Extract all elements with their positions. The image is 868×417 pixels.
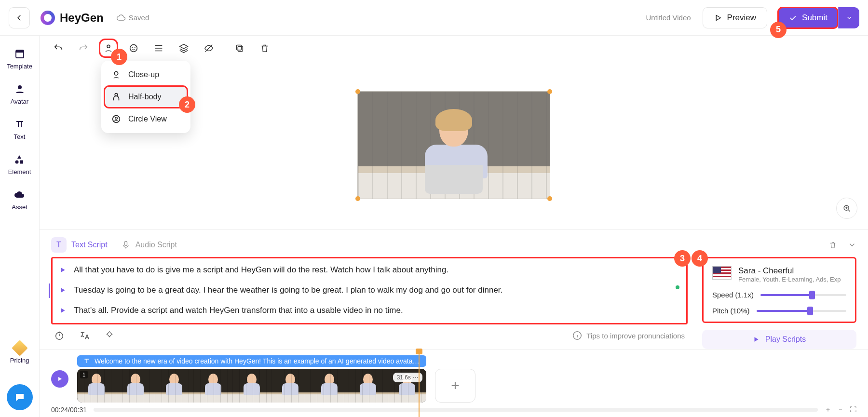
crop-option-halfbody[interactable]: Half-body xyxy=(104,86,188,108)
script-line[interactable]: That's all. Provide a script and watch H… xyxy=(53,301,686,321)
crop-option-circle[interactable]: Circle View xyxy=(104,108,188,130)
pitch-label: Pitch (10%) xyxy=(712,307,750,315)
timeline-caption-bar[interactable]: Welcome to the new era of video creation… xyxy=(77,355,426,367)
timeline-zoom: ＋ － ⛶ xyxy=(825,405,856,414)
play-scripts-label: Play Scripts xyxy=(765,335,806,344)
redo-button[interactable] xyxy=(75,40,92,56)
submit-more-button[interactable] xyxy=(838,7,859,28)
svg-rect-16 xyxy=(124,242,127,246)
copy-button[interactable] xyxy=(231,40,248,56)
pitch-slider[interactable] xyxy=(757,310,846,312)
eye-off-icon xyxy=(203,43,214,54)
avatar-frame[interactable] xyxy=(357,91,550,199)
script-line[interactable]: Tuesday is going to be a great day. I he… xyxy=(53,281,686,301)
check-icon xyxy=(788,13,797,22)
flag-us-icon xyxy=(712,266,732,280)
sidebar-item-pricing[interactable]: Pricing xyxy=(10,342,29,364)
resize-handle[interactable] xyxy=(355,89,360,94)
shapes-icon xyxy=(14,154,25,165)
chevron-left-icon xyxy=(15,13,24,22)
speed-slider[interactable] xyxy=(760,294,846,296)
resize-handle[interactable] xyxy=(355,196,360,201)
annotation-badge-1: 1 xyxy=(111,49,127,65)
svg-point-8 xyxy=(135,47,136,48)
project-title[interactable]: Untitled Video xyxy=(646,13,691,22)
svg-point-14 xyxy=(115,117,118,120)
canvas-toolbar: 1 Close-up Half-body 2 xyxy=(40,36,868,61)
zoom-fit-button[interactable]: ⛶ xyxy=(850,405,856,414)
back-button[interactable] xyxy=(9,7,30,28)
submit-button[interactable]: Submit xyxy=(778,7,838,28)
tab-audio-script[interactable]: Audio Script xyxy=(121,240,177,250)
play-scripts-button[interactable]: Play Scripts xyxy=(702,330,856,349)
preview-button[interactable]: Preview xyxy=(703,7,767,28)
crop-option-label: Half-body xyxy=(128,93,161,101)
undo-button[interactable] xyxy=(50,40,67,56)
add-clip-button[interactable]: + xyxy=(435,369,475,403)
script-line[interactable]: All that you have to do is give me a scr… xyxy=(53,260,686,281)
svg-rect-1 xyxy=(16,50,24,53)
text-script-icon: T xyxy=(51,237,67,253)
zoom-in-button[interactable]: ＋ xyxy=(825,405,831,414)
sidebar-item-element[interactable]: Element xyxy=(8,154,31,175)
layers-button[interactable] xyxy=(176,40,192,56)
translate-icon[interactable] xyxy=(79,330,90,341)
resize-handle[interactable] xyxy=(547,196,552,201)
annotation-badge-3: 3 xyxy=(674,250,691,267)
trash-icon[interactable] xyxy=(828,241,837,249)
svg-point-5 xyxy=(107,45,110,48)
sidebar-item-text[interactable]: Text xyxy=(14,119,26,140)
sidebar-item-template[interactable]: Template xyxy=(7,48,32,70)
text-icon xyxy=(83,357,91,365)
script-text: All that you have to do is give me a scr… xyxy=(74,265,448,275)
align-button[interactable] xyxy=(150,40,167,56)
script-tabs: T Text Script Audio Script xyxy=(51,235,856,255)
tab-text-script[interactable]: T Text Script xyxy=(51,237,108,253)
zoom-out-button[interactable]: － xyxy=(837,405,844,414)
timeline-play-button[interactable] xyxy=(51,370,68,388)
clip-number: 1 xyxy=(80,371,88,378)
ai-icon[interactable] xyxy=(104,330,115,341)
script-lines: All that you have to do is give me a scr… xyxy=(51,257,688,324)
resize-handle[interactable] xyxy=(547,89,552,94)
timeline-scrollbar[interactable] xyxy=(94,408,818,412)
brand: HeyGen xyxy=(41,11,104,25)
brand-logo-icon xyxy=(41,11,55,25)
svg-point-7 xyxy=(132,47,133,48)
closeup-icon xyxy=(111,69,122,80)
redo-icon xyxy=(78,43,89,54)
zoom-button[interactable] xyxy=(836,198,857,219)
crop-option-closeup[interactable]: Close-up xyxy=(104,64,188,86)
crop-dropdown: Close-up Half-body 2 Circle View xyxy=(101,61,190,133)
sidebar-item-avatar[interactable]: Avatar xyxy=(11,83,28,105)
voice-desc: Female, Youth, E-Learning, Ads, Exp xyxy=(738,276,841,283)
face-button[interactable] xyxy=(125,40,142,56)
voice-settings[interactable]: Sara - Cheerful Female, Youth, E-Learnin… xyxy=(702,257,856,323)
playhead[interactable] xyxy=(419,350,420,417)
play-line-button[interactable] xyxy=(59,266,66,276)
pronunciation-tips[interactable]: Tips to improve pronunciations xyxy=(572,330,685,341)
zoom-icon xyxy=(842,203,852,213)
layers-icon xyxy=(178,43,189,54)
voice-name: Sara - Cheerful xyxy=(738,266,841,276)
annotation-badge-4: 4 xyxy=(692,250,708,267)
play-line-button[interactable] xyxy=(59,286,66,296)
script-text: That's all. Provide a script and watch H… xyxy=(74,306,403,315)
chat-support-button[interactable] xyxy=(7,384,33,410)
delete-button[interactable] xyxy=(257,40,273,56)
save-status: Saved xyxy=(116,13,149,23)
play-line-button[interactable] xyxy=(59,307,66,316)
play-icon xyxy=(714,13,722,22)
header: HeyGen Saved Untitled Video Preview Subm… xyxy=(0,0,868,36)
sidebar-item-asset[interactable]: Asset xyxy=(12,189,27,211)
pace-icon[interactable] xyxy=(54,330,65,341)
mic-icon xyxy=(121,240,131,250)
svg-rect-4 xyxy=(20,161,23,164)
sidebar-label: Template xyxy=(7,63,32,70)
timeline-clip[interactable]: 1 31.6s⋯ xyxy=(77,369,426,403)
speed-control: Speed (1.1x) xyxy=(712,291,846,299)
chevron-down-icon[interactable] xyxy=(848,241,856,249)
preview-label: Preview xyxy=(727,13,756,23)
visibility-button[interactable] xyxy=(201,40,217,56)
script-tools: Tips to improve pronunciations xyxy=(51,324,688,344)
